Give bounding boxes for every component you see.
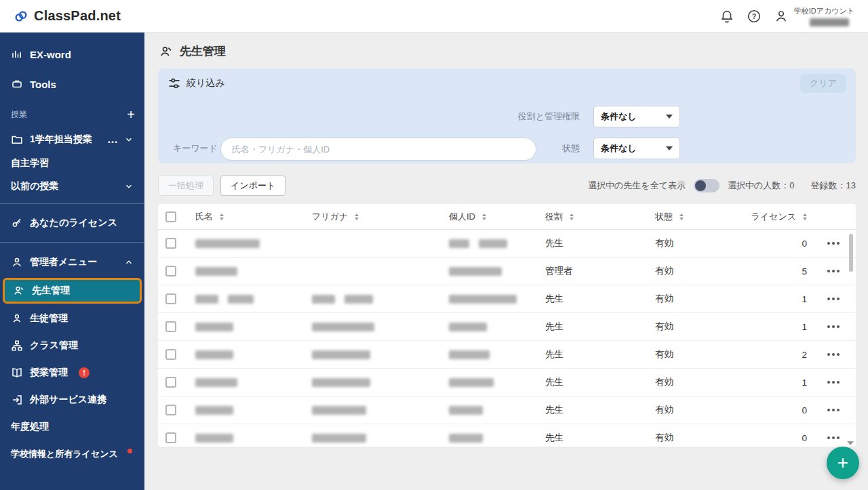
cell-role: 先生: [545, 293, 655, 305]
sort-icon: [679, 213, 684, 220]
column-header-name[interactable]: 氏名: [195, 211, 312, 223]
keyword-input[interactable]: [220, 138, 536, 161]
redacted-text: [195, 378, 237, 387]
notification-dot: [127, 449, 132, 453]
add-lesson-button[interactable]: +: [127, 108, 135, 121]
chevron-up-icon[interactable]: [124, 258, 134, 267]
sidebar-item-ex-word[interactable]: EX-word: [0, 39, 144, 69]
row-menu-button[interactable]: [825, 321, 842, 332]
brand[interactable]: ClassPad.net: [14, 8, 121, 24]
column-header-kana[interactable]: フリガナ: [312, 211, 449, 223]
sidebar-item-admin-menu[interactable]: 管理者メニュー: [0, 248, 144, 277]
role-filter-value: 条件なし: [601, 110, 637, 123]
help-icon[interactable]: ?: [747, 9, 762, 24]
table-row: 管理者 有効 5: [158, 258, 856, 285]
cell-kana-redacted: [312, 323, 449, 331]
sidebar-label: 年度処理: [11, 421, 49, 433]
cell-license: 1: [746, 322, 811, 332]
redacted-text: [228, 295, 254, 304]
cell-id-redacted: [449, 295, 545, 304]
lesson-more-button[interactable]: …: [107, 134, 119, 146]
page-title-text: 先生管理: [180, 43, 226, 59]
row-checkbox[interactable]: [165, 432, 176, 443]
row-menu-button[interactable]: [825, 349, 842, 360]
row-menu-button[interactable]: [825, 238, 842, 249]
cell-license: 1: [746, 294, 811, 304]
row-checkbox[interactable]: [165, 321, 176, 332]
role-filter-label: 役割と管理権限: [518, 110, 580, 123]
sort-icon: [355, 213, 359, 220]
sidebar-item-teacher-management[interactable]: 先生管理: [3, 278, 142, 304]
table-row: 先生 有効 1: [158, 369, 856, 396]
scrollbar-thumb[interactable]: [849, 234, 853, 272]
column-header-role[interactable]: 役割: [545, 211, 655, 223]
row-checkbox[interactable]: [165, 238, 176, 249]
add-teacher-fab[interactable]: +: [827, 447, 859, 479]
import-button[interactable]: インポート: [220, 176, 285, 196]
account-menu[interactable]: 学校IDアカウント: [774, 6, 854, 26]
row-checkbox[interactable]: [165, 266, 176, 277]
class-sitemap-icon: [11, 340, 23, 352]
sidebar-item-tools[interactable]: Tools: [0, 69, 144, 99]
row-menu-button[interactable]: [825, 377, 842, 388]
cell-role: 先生: [545, 376, 655, 388]
redacted-text: [195, 323, 233, 331]
sidebar-item-school-info[interactable]: 学校情報と所有ライセンス: [0, 441, 144, 468]
sidebar-item-your-license[interactable]: あなたのライセンス: [0, 209, 144, 237]
select-all-checkbox[interactable]: [165, 211, 176, 222]
redacted-text: [312, 350, 370, 359]
clear-filter-button[interactable]: クリア: [800, 74, 846, 93]
cell-kana-redacted: [312, 295, 449, 304]
sidebar-item-lesson-management[interactable]: 授業管理 !: [0, 359, 144, 386]
chevron-down-icon[interactable]: [124, 182, 134, 191]
key-icon: [11, 217, 23, 229]
sidebar-item-grade1-lesson[interactable]: 1学年担当授業 …: [0, 127, 144, 152]
sidebar-item-year-processing[interactable]: 年度処理: [0, 413, 144, 441]
redacted-text: [479, 239, 507, 248]
row-checkbox[interactable]: [165, 293, 176, 304]
folder-icon: [11, 134, 23, 146]
alert-badge: !: [79, 367, 90, 378]
cell-id-redacted: [449, 406, 545, 415]
cell-status: 有効: [655, 293, 746, 305]
scroll-down-arrow-icon[interactable]: [847, 441, 854, 445]
row-menu-button[interactable]: [825, 266, 842, 277]
row-checkbox[interactable]: [165, 377, 176, 388]
show-selected-toggle[interactable]: [694, 179, 719, 192]
cell-license: 2: [746, 350, 811, 360]
row-menu-button[interactable]: [825, 432, 842, 443]
redacted-text: [195, 434, 233, 443]
admin-person-icon: [11, 256, 23, 268]
redacted-text: [449, 323, 487, 331]
cell-status: 有効: [655, 265, 746, 277]
sidebar-item-previous-lessons[interactable]: 以前の授業: [0, 175, 144, 198]
table-body: 先生 有効 0 管理者 有効 5 先生 有効 1 先生 有効 1: [158, 230, 856, 447]
bulk-action-button[interactable]: 一括処理: [158, 176, 214, 196]
row-menu-button[interactable]: [825, 293, 842, 304]
chevron-down-icon[interactable]: [124, 135, 134, 144]
cell-name-redacted: [195, 267, 312, 276]
row-checkbox[interactable]: [165, 405, 176, 415]
notification-bell-icon[interactable]: [719, 9, 734, 24]
redacted-text: [449, 267, 502, 276]
sidebar-item-self-study[interactable]: 自主学習: [0, 152, 144, 175]
row-menu-button[interactable]: [825, 405, 842, 415]
cell-id-redacted: [449, 350, 545, 359]
sidebar-item-external-services[interactable]: 外部サービス連携: [0, 386, 144, 413]
role-filter-select[interactable]: 条件なし: [593, 106, 680, 127]
keyword-label: キーワード: [173, 142, 218, 155]
row-checkbox[interactable]: [165, 349, 176, 360]
column-header-status[interactable]: 状態: [655, 211, 746, 223]
sidebar-item-class-management[interactable]: クラス管理: [0, 332, 144, 359]
sidebar-item-student-management[interactable]: 生徒管理: [0, 305, 144, 332]
status-filter-select[interactable]: 条件なし: [593, 138, 680, 159]
column-header-license[interactable]: ライセンス: [746, 211, 811, 223]
cell-role: 先生: [545, 432, 655, 444]
cell-role: 先生: [545, 321, 655, 333]
redacted-text: [312, 295, 335, 304]
account-person-icon: [774, 9, 789, 24]
account-name-redacted: [810, 18, 849, 26]
sidebar-divider: [0, 203, 144, 204]
cell-license: 1: [746, 377, 811, 388]
column-header-id[interactable]: 個人ID: [449, 211, 545, 223]
